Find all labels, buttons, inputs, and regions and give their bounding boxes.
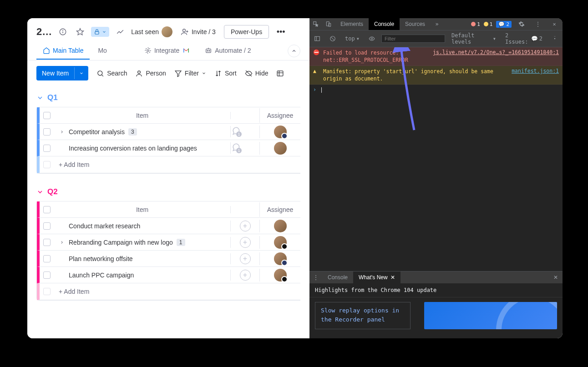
- svg-point-2: [63, 30, 63, 31]
- table-row[interactable]: Conduct market research +: [37, 218, 300, 234]
- add-conversation-icon[interactable]: +: [240, 237, 251, 248]
- tab-main-table[interactable]: Main Table: [36, 42, 90, 60]
- clear-console-icon[interactable]: [327, 35, 339, 43]
- item-title[interactable]: Increasing conversion rates on landing p…: [69, 145, 197, 152]
- expand-row-icon[interactable]: [59, 240, 65, 245]
- table-row[interactable]: Rebranding Campaign with new logo 1 +: [37, 234, 300, 251]
- new-item-caret[interactable]: [74, 67, 88, 79]
- select-all-checkbox[interactable]: [43, 206, 51, 213]
- column-header-assignee[interactable]: Assignee: [259, 202, 300, 217]
- svg-point-28: [371, 38, 373, 40]
- context-selector[interactable]: top ▾: [342, 35, 362, 43]
- drawer-menu-icon[interactable]: ⋮: [309, 274, 322, 281]
- assignee-avatar[interactable]: [274, 126, 287, 138]
- console-sidebar-toggle-icon[interactable]: [311, 35, 323, 43]
- table-row[interactable]: Launch PPC campaign +: [37, 267, 300, 283]
- error-count-badge[interactable]: 1: [471, 21, 480, 27]
- avatar-status-badge: [281, 133, 288, 139]
- settings-icon[interactable]: [515, 21, 528, 27]
- group-header[interactable]: Q2: [36, 187, 300, 196]
- console-settings-icon[interactable]: [549, 35, 561, 43]
- device-toggle-icon[interactable]: [322, 21, 335, 27]
- new-item-button[interactable]: New Item: [36, 66, 88, 80]
- devtools-menu-icon[interactable]: ⋮: [532, 21, 544, 27]
- issues-chip[interactable]: 2 Issues: 💬2: [502, 31, 545, 46]
- invite-button[interactable]: Invite / 3: [177, 26, 219, 38]
- devtools-close-icon[interactable]: ✕: [548, 21, 561, 27]
- tab-integrate[interactable]: Integrate: [138, 42, 197, 60]
- group-header[interactable]: Q1: [36, 93, 300, 102]
- issues-count: 2: [539, 35, 542, 42]
- permissions-chip[interactable]: [91, 27, 109, 37]
- console-message[interactable]: ⛔ Failed to load resource: net::ERR_SSL_…: [309, 47, 563, 66]
- column-header-item[interactable]: Item: [54, 202, 230, 217]
- item-title[interactable]: Plan networking offsite: [69, 255, 133, 262]
- item-title[interactable]: Conduct market research: [69, 222, 140, 230]
- devtools-tab-sources[interactable]: Sources: [400, 18, 431, 30]
- row-checkbox[interactable]: [43, 255, 51, 262]
- assignee-avatar[interactable]: [274, 220, 287, 232]
- log-levels-selector[interactable]: Default levels ▾: [449, 31, 499, 46]
- row-checkbox[interactable]: [43, 222, 51, 230]
- devtools-tab-elements[interactable]: Elements: [335, 18, 369, 30]
- error-icon: ⛔: [313, 49, 319, 64]
- filter-button[interactable]: Filter: [174, 70, 206, 77]
- sort-button[interactable]: Sort: [214, 70, 237, 77]
- table-row[interactable]: Increasing conversion rates on landing p…: [37, 140, 300, 156]
- row-checkbox[interactable]: [43, 271, 51, 279]
- last-seen[interactable]: Last seen: [131, 26, 172, 37]
- star-icon[interactable]: [74, 25, 86, 38]
- info-count-badge[interactable]: 💬2: [496, 21, 512, 28]
- console-message-source[interactable]: manifest.json:1: [512, 68, 559, 82]
- hide-button[interactable]: Hide: [245, 70, 269, 77]
- row-checkbox[interactable]: [43, 145, 51, 152]
- console-prompt[interactable]: ›: [309, 85, 563, 95]
- row-checkbox[interactable]: [43, 128, 51, 136]
- more-menu-icon[interactable]: •••: [274, 25, 288, 39]
- inspect-element-icon[interactable]: [309, 21, 322, 27]
- column-header-item[interactable]: Item: [54, 108, 230, 123]
- drawer-close-icon[interactable]: ✕: [549, 272, 563, 282]
- person-filter-button[interactable]: Person: [135, 70, 166, 77]
- warning-count-badge[interactable]: 1: [484, 21, 493, 27]
- more-tabs-icon[interactable]: »: [431, 21, 443, 27]
- item-title[interactable]: Rebranding Campaign with new logo: [69, 239, 173, 246]
- add-item-button[interactable]: + Add Item: [54, 156, 230, 173]
- conversation-icon[interactable]: 1: [231, 142, 241, 152]
- svg-point-11: [209, 50, 210, 51]
- table-row[interactable]: Competitor analysis 3 1: [37, 124, 300, 140]
- row-checkbox[interactable]: [43, 239, 51, 246]
- density-button[interactable]: [276, 70, 284, 77]
- live-expression-icon[interactable]: [366, 35, 378, 43]
- board-title[interactable]: 2…: [36, 26, 52, 38]
- assignee-avatar[interactable]: [274, 252, 287, 265]
- item-title[interactable]: Competitor analysis: [69, 128, 125, 136]
- assignee-avatar[interactable]: [274, 236, 287, 249]
- console-filter-input[interactable]: [381, 35, 445, 43]
- search-button[interactable]: Search: [96, 70, 127, 77]
- conversation-icon[interactable]: 1: [231, 126, 241, 136]
- drawer-tab-whatsnew[interactable]: What's New ✕: [353, 271, 400, 283]
- collapse-header-button[interactable]: [288, 45, 300, 57]
- tab-mo[interactable]: Mo: [91, 42, 113, 60]
- column-header-assignee[interactable]: Assignee: [259, 108, 300, 123]
- select-all-checkbox[interactable]: [43, 112, 51, 119]
- item-title[interactable]: Launch PPC campaign: [69, 271, 134, 279]
- whatsnew-card[interactable]: Slow replay options in the Recorder pane…: [315, 302, 411, 329]
- console-message-source[interactable]: js.live.net/v7.2/One…s?_=1661951491840:1: [433, 49, 559, 64]
- add-conversation-icon[interactable]: +: [240, 270, 251, 281]
- tab-automate[interactable]: Automate / 2: [198, 42, 257, 60]
- add-conversation-icon[interactable]: +: [240, 221, 251, 231]
- info-icon[interactable]: [56, 25, 69, 38]
- drawer-tab-console[interactable]: Console: [322, 271, 353, 283]
- console-message[interactable]: ▲ Manifest: property 'start_url' ignored…: [309, 66, 563, 85]
- activity-icon[interactable]: [114, 25, 127, 38]
- powerups-button[interactable]: Power-Ups: [224, 25, 269, 39]
- assignee-avatar[interactable]: [274, 142, 287, 155]
- assignee-avatar[interactable]: [274, 269, 287, 282]
- add-conversation-icon[interactable]: +: [240, 253, 251, 264]
- expand-row-icon[interactable]: [59, 130, 65, 134]
- devtools-tab-console[interactable]: Console: [369, 18, 400, 30]
- add-item-button[interactable]: + Add Item: [54, 283, 230, 300]
- table-row[interactable]: Plan networking offsite +: [37, 251, 300, 267]
